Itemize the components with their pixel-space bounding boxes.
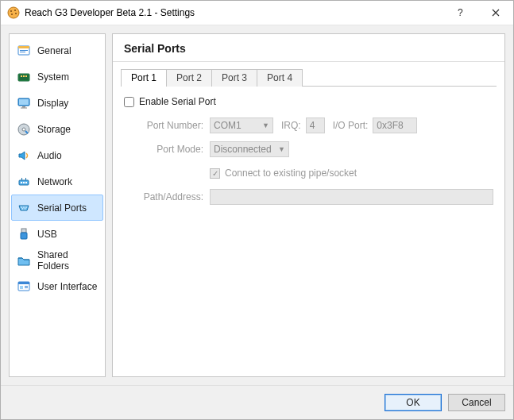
help-button[interactable]: ? xyxy=(442,1,477,25)
tab-port-3[interactable]: Port 3 xyxy=(211,69,257,87)
ok-button[interactable]: OK xyxy=(385,394,442,411)
port-tabs: Port 1 Port 2 Port 3 Port 4 xyxy=(113,62,504,86)
network-icon xyxy=(17,175,31,189)
window-title: Reach G3 Developer Beta 2.1 - Settings xyxy=(25,7,195,18)
svg-point-30 xyxy=(22,208,24,210)
svg-point-29 xyxy=(25,206,27,208)
svg-point-3 xyxy=(11,13,13,15)
close-button[interactable] xyxy=(477,1,513,25)
port-mode-label: Port Mode: xyxy=(124,144,203,155)
tab-port-2[interactable]: Port 2 xyxy=(166,69,212,87)
port-form: Enable Serial Port Port Number: COM1 ▼ I… xyxy=(113,87,504,220)
titlebar: Reach G3 Developer Beta 2.1 - Settings ? xyxy=(1,1,513,25)
svg-rect-22 xyxy=(21,182,22,183)
connect-existing-label: Connect to existing pipe/socket xyxy=(225,168,357,179)
svg-rect-26 xyxy=(25,178,26,180)
svg-rect-23 xyxy=(23,182,25,183)
irq-value: 4 xyxy=(310,120,315,131)
display-icon xyxy=(17,96,31,110)
sidebar-item-label: Audio xyxy=(37,150,62,161)
sidebar-item-user-interface[interactable]: User Interface xyxy=(11,273,103,299)
sidebar-item-storage[interactable]: Storage xyxy=(11,116,103,142)
main-area: General System Display xyxy=(1,25,513,385)
port-number-label: Port Number: xyxy=(124,120,203,131)
sidebar-item-label: User Interface xyxy=(37,281,97,292)
content-header: Serial Ports xyxy=(113,34,504,62)
svg-point-0 xyxy=(8,7,19,18)
svg-rect-24 xyxy=(25,182,27,183)
row-connect-existing: ✓ Connect to existing pipe/socket xyxy=(124,163,493,183)
row-port-number: Port Number: COM1 ▼ IRQ: 4 I/O Port: 0x3… xyxy=(124,115,493,136)
page-title: Serial Ports xyxy=(124,42,493,55)
svg-point-2 xyxy=(14,10,16,11)
tab-port-4[interactable]: Port 4 xyxy=(257,69,303,87)
svg-rect-13 xyxy=(23,75,25,77)
sidebar-item-label: System xyxy=(37,71,69,83)
sidebar-item-usb[interactable]: USB xyxy=(11,221,103,247)
io-port-field: 0x3F8 xyxy=(373,118,417,133)
sidebar-item-network[interactable]: Network xyxy=(11,168,103,195)
svg-rect-17 xyxy=(22,106,25,108)
settings-window: Reach G3 Developer Beta 2.1 - Settings ?… xyxy=(0,0,514,420)
sidebar-item-general[interactable]: General xyxy=(11,37,103,64)
category-sidebar: General System Display xyxy=(9,33,106,377)
path-address-label: Path/Address: xyxy=(124,191,203,202)
sidebar-item-label: USB xyxy=(37,229,57,240)
check-icon: ✓ xyxy=(210,168,220,179)
svg-rect-36 xyxy=(20,286,23,289)
svg-text:?: ? xyxy=(458,7,463,18)
svg-rect-14 xyxy=(25,75,27,77)
svg-point-28 xyxy=(23,206,25,208)
tab-port-1[interactable]: Port 1 xyxy=(121,69,167,87)
port-mode-select: Disconnected ▼ xyxy=(210,141,289,157)
svg-rect-38 xyxy=(25,287,28,288)
sidebar-item-label: Serial Ports xyxy=(37,202,87,214)
io-port-value: 0x3F8 xyxy=(377,120,403,131)
enable-serial-port-checkbox[interactable]: Enable Serial Port xyxy=(124,96,493,107)
sidebar-item-shared-folders[interactable]: Shared Folders xyxy=(11,247,103,273)
enable-serial-port-input[interactable] xyxy=(124,97,134,107)
chevron-down-icon: ▼ xyxy=(278,145,285,153)
chevron-down-icon: ▼ xyxy=(262,121,269,129)
sidebar-item-label: Network xyxy=(37,176,72,187)
sidebar-item-label: Display xyxy=(37,98,68,109)
storage-icon xyxy=(17,122,31,137)
svg-rect-33 xyxy=(21,233,27,239)
system-icon xyxy=(17,70,31,84)
serial-port-icon xyxy=(17,201,31,215)
irq-label: IRQ: xyxy=(281,120,301,131)
irq-field: 4 xyxy=(306,118,325,133)
svg-rect-32 xyxy=(21,229,26,233)
usb-icon xyxy=(17,227,31,241)
user-interface-icon xyxy=(17,279,31,294)
svg-rect-35 xyxy=(18,282,29,284)
port-number-value: COM1 xyxy=(214,120,242,131)
svg-rect-8 xyxy=(20,50,28,51)
svg-rect-25 xyxy=(21,178,22,180)
svg-rect-18 xyxy=(21,107,27,108)
path-address-field xyxy=(210,189,493,205)
sidebar-item-label: General xyxy=(37,45,71,56)
connect-existing-checkbox: ✓ Connect to existing pipe/socket xyxy=(210,168,357,179)
svg-point-27 xyxy=(21,206,22,208)
port-number-select: COM1 ▼ xyxy=(210,118,273,133)
svg-rect-12 xyxy=(21,75,22,77)
io-port-label: I/O Port: xyxy=(333,120,369,131)
content-panel: Serial Ports Port 1 Port 2 Port 3 Port 4… xyxy=(112,33,505,377)
svg-point-1 xyxy=(10,10,12,12)
svg-rect-9 xyxy=(20,52,25,52)
shared-folders-icon xyxy=(17,253,31,268)
svg-rect-16 xyxy=(19,99,29,105)
svg-rect-37 xyxy=(25,286,28,287)
enable-serial-port-label: Enable Serial Port xyxy=(139,96,216,107)
sidebar-item-audio[interactable]: Audio xyxy=(11,142,103,168)
window-body: General System Display xyxy=(1,25,513,419)
svg-point-31 xyxy=(25,208,26,210)
sidebar-item-serial-ports[interactable]: Serial Ports xyxy=(11,195,103,221)
svg-rect-7 xyxy=(18,46,29,48)
cancel-button[interactable]: Cancel xyxy=(448,394,505,411)
port-mode-value: Disconnected xyxy=(214,144,272,155)
sidebar-item-display[interactable]: Display xyxy=(11,90,103,116)
sidebar-item-system[interactable]: System xyxy=(11,64,103,90)
sidebar-item-label: Shared Folders xyxy=(37,249,98,272)
